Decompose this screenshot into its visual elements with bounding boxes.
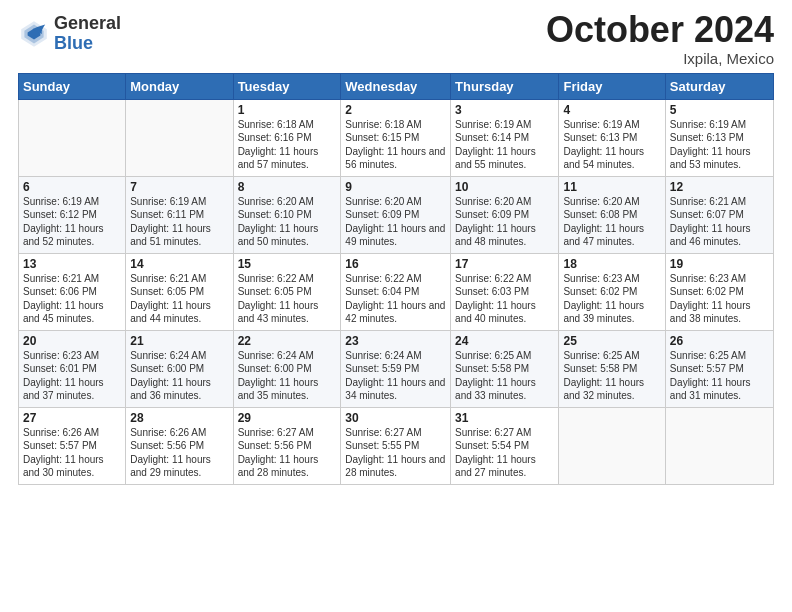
day-number: 12	[670, 180, 769, 194]
calendar-cell: 3Sunrise: 6:19 AM Sunset: 6:14 PM Daylig…	[451, 99, 559, 176]
cell-info: Sunrise: 6:19 AM Sunset: 6:13 PM Dayligh…	[563, 118, 660, 172]
calendar-cell	[126, 99, 233, 176]
day-number: 30	[345, 411, 446, 425]
day-number: 8	[238, 180, 337, 194]
day-number: 17	[455, 257, 554, 271]
cell-info: Sunrise: 6:27 AM Sunset: 5:55 PM Dayligh…	[345, 426, 446, 480]
day-number: 5	[670, 103, 769, 117]
day-number: 31	[455, 411, 554, 425]
day-number: 24	[455, 334, 554, 348]
day-header-wednesday: Wednesday	[341, 73, 451, 99]
cell-info: Sunrise: 6:20 AM Sunset: 6:09 PM Dayligh…	[345, 195, 446, 249]
day-number: 16	[345, 257, 446, 271]
day-header-friday: Friday	[559, 73, 665, 99]
calendar-cell	[19, 99, 126, 176]
calendar-cell: 5Sunrise: 6:19 AM Sunset: 6:13 PM Daylig…	[665, 99, 773, 176]
day-number: 14	[130, 257, 228, 271]
day-number: 25	[563, 334, 660, 348]
week-row-4: 20Sunrise: 6:23 AM Sunset: 6:01 PM Dayli…	[19, 330, 774, 407]
calendar-cell: 11Sunrise: 6:20 AM Sunset: 6:08 PM Dayli…	[559, 176, 665, 253]
day-number: 19	[670, 257, 769, 271]
cell-info: Sunrise: 6:24 AM Sunset: 6:00 PM Dayligh…	[238, 349, 337, 403]
location: Ixpila, Mexico	[546, 50, 774, 67]
cell-info: Sunrise: 6:21 AM Sunset: 6:07 PM Dayligh…	[670, 195, 769, 249]
cell-info: Sunrise: 6:22 AM Sunset: 6:05 PM Dayligh…	[238, 272, 337, 326]
cell-info: Sunrise: 6:18 AM Sunset: 6:15 PM Dayligh…	[345, 118, 446, 172]
calendar-cell: 27Sunrise: 6:26 AM Sunset: 5:57 PM Dayli…	[19, 407, 126, 484]
day-number: 27	[23, 411, 121, 425]
day-number: 13	[23, 257, 121, 271]
logo-general: General	[54, 14, 121, 34]
calendar-cell: 29Sunrise: 6:27 AM Sunset: 5:56 PM Dayli…	[233, 407, 341, 484]
cell-info: Sunrise: 6:20 AM Sunset: 6:08 PM Dayligh…	[563, 195, 660, 249]
page: General Blue October 2024 Ixpila, Mexico…	[0, 0, 792, 612]
day-header-saturday: Saturday	[665, 73, 773, 99]
calendar-cell: 4Sunrise: 6:19 AM Sunset: 6:13 PM Daylig…	[559, 99, 665, 176]
calendar-cell	[665, 407, 773, 484]
cell-info: Sunrise: 6:18 AM Sunset: 6:16 PM Dayligh…	[238, 118, 337, 172]
calendar-cell: 23Sunrise: 6:24 AM Sunset: 5:59 PM Dayli…	[341, 330, 451, 407]
cell-info: Sunrise: 6:19 AM Sunset: 6:14 PM Dayligh…	[455, 118, 554, 172]
title-block: October 2024 Ixpila, Mexico	[546, 10, 774, 67]
cell-info: Sunrise: 6:26 AM Sunset: 5:56 PM Dayligh…	[130, 426, 228, 480]
cell-info: Sunrise: 6:27 AM Sunset: 5:54 PM Dayligh…	[455, 426, 554, 480]
day-number: 23	[345, 334, 446, 348]
day-header-thursday: Thursday	[451, 73, 559, 99]
day-number: 7	[130, 180, 228, 194]
day-number: 15	[238, 257, 337, 271]
calendar-cell: 21Sunrise: 6:24 AM Sunset: 6:00 PM Dayli…	[126, 330, 233, 407]
cell-info: Sunrise: 6:24 AM Sunset: 5:59 PM Dayligh…	[345, 349, 446, 403]
day-header-tuesday: Tuesday	[233, 73, 341, 99]
calendar-cell: 24Sunrise: 6:25 AM Sunset: 5:58 PM Dayli…	[451, 330, 559, 407]
calendar-cell: 19Sunrise: 6:23 AM Sunset: 6:02 PM Dayli…	[665, 253, 773, 330]
logo-text: General Blue	[54, 14, 121, 54]
cell-info: Sunrise: 6:25 AM Sunset: 5:57 PM Dayligh…	[670, 349, 769, 403]
calendar-cell: 8Sunrise: 6:20 AM Sunset: 6:10 PM Daylig…	[233, 176, 341, 253]
day-number: 21	[130, 334, 228, 348]
cell-info: Sunrise: 6:23 AM Sunset: 6:02 PM Dayligh…	[563, 272, 660, 326]
calendar-cell: 17Sunrise: 6:22 AM Sunset: 6:03 PM Dayli…	[451, 253, 559, 330]
calendar-cell: 15Sunrise: 6:22 AM Sunset: 6:05 PM Dayli…	[233, 253, 341, 330]
cell-info: Sunrise: 6:21 AM Sunset: 6:05 PM Dayligh…	[130, 272, 228, 326]
header: General Blue October 2024 Ixpila, Mexico	[18, 10, 774, 67]
week-row-5: 27Sunrise: 6:26 AM Sunset: 5:57 PM Dayli…	[19, 407, 774, 484]
day-number: 28	[130, 411, 228, 425]
cell-info: Sunrise: 6:19 AM Sunset: 6:13 PM Dayligh…	[670, 118, 769, 172]
day-number: 9	[345, 180, 446, 194]
calendar-cell: 14Sunrise: 6:21 AM Sunset: 6:05 PM Dayli…	[126, 253, 233, 330]
cell-info: Sunrise: 6:26 AM Sunset: 5:57 PM Dayligh…	[23, 426, 121, 480]
day-number: 20	[23, 334, 121, 348]
cell-info: Sunrise: 6:21 AM Sunset: 6:06 PM Dayligh…	[23, 272, 121, 326]
logo-icon	[18, 18, 50, 50]
calendar-cell: 7Sunrise: 6:19 AM Sunset: 6:11 PM Daylig…	[126, 176, 233, 253]
cell-info: Sunrise: 6:23 AM Sunset: 6:02 PM Dayligh…	[670, 272, 769, 326]
day-number: 22	[238, 334, 337, 348]
days-header-row: SundayMondayTuesdayWednesdayThursdayFrid…	[19, 73, 774, 99]
day-number: 6	[23, 180, 121, 194]
week-row-2: 6Sunrise: 6:19 AM Sunset: 6:12 PM Daylig…	[19, 176, 774, 253]
cell-info: Sunrise: 6:19 AM Sunset: 6:11 PM Dayligh…	[130, 195, 228, 249]
day-number: 4	[563, 103, 660, 117]
day-number: 29	[238, 411, 337, 425]
cell-info: Sunrise: 6:19 AM Sunset: 6:12 PM Dayligh…	[23, 195, 121, 249]
week-row-3: 13Sunrise: 6:21 AM Sunset: 6:06 PM Dayli…	[19, 253, 774, 330]
month-title: October 2024	[546, 10, 774, 50]
logo-blue: Blue	[54, 34, 121, 54]
cell-info: Sunrise: 6:25 AM Sunset: 5:58 PM Dayligh…	[455, 349, 554, 403]
calendar-cell: 30Sunrise: 6:27 AM Sunset: 5:55 PM Dayli…	[341, 407, 451, 484]
calendar-cell: 12Sunrise: 6:21 AM Sunset: 6:07 PM Dayli…	[665, 176, 773, 253]
cell-info: Sunrise: 6:22 AM Sunset: 6:04 PM Dayligh…	[345, 272, 446, 326]
calendar-cell: 18Sunrise: 6:23 AM Sunset: 6:02 PM Dayli…	[559, 253, 665, 330]
calendar-cell: 25Sunrise: 6:25 AM Sunset: 5:58 PM Dayli…	[559, 330, 665, 407]
calendar-cell: 31Sunrise: 6:27 AM Sunset: 5:54 PM Dayli…	[451, 407, 559, 484]
calendar-cell: 28Sunrise: 6:26 AM Sunset: 5:56 PM Dayli…	[126, 407, 233, 484]
calendar-cell: 20Sunrise: 6:23 AM Sunset: 6:01 PM Dayli…	[19, 330, 126, 407]
cell-info: Sunrise: 6:20 AM Sunset: 6:09 PM Dayligh…	[455, 195, 554, 249]
cell-info: Sunrise: 6:25 AM Sunset: 5:58 PM Dayligh…	[563, 349, 660, 403]
week-row-1: 1Sunrise: 6:18 AM Sunset: 6:16 PM Daylig…	[19, 99, 774, 176]
day-header-sunday: Sunday	[19, 73, 126, 99]
logo: General Blue	[18, 14, 121, 54]
calendar-cell: 26Sunrise: 6:25 AM Sunset: 5:57 PM Dayli…	[665, 330, 773, 407]
calendar-cell: 1Sunrise: 6:18 AM Sunset: 6:16 PM Daylig…	[233, 99, 341, 176]
cell-info: Sunrise: 6:24 AM Sunset: 6:00 PM Dayligh…	[130, 349, 228, 403]
